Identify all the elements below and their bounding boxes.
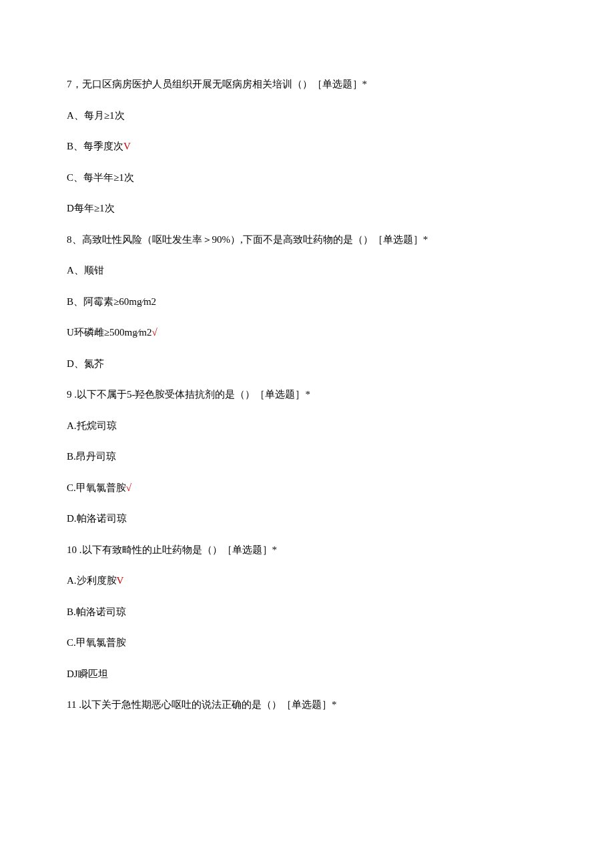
question-option: D.帕洛诺司琼 xyxy=(67,511,547,526)
correct-mark: √ xyxy=(126,482,131,493)
option-text: B、阿霉素≥60mg⁄m2 xyxy=(67,296,156,307)
correct-mark: V xyxy=(123,141,131,151)
question-stem: 10 .以下有致畸性的止吐药物是（）［单选题］* xyxy=(67,542,547,558)
question-stem: 9 .以下不属于5-羟色胺受体拮抗剂的是（）［单选题］* xyxy=(67,387,547,402)
question-option: C、每半年≥1次 xyxy=(67,170,547,185)
question-stem: 7，无口区病房医护人员组织开展无呕病房相关培训（）［单选题］* xyxy=(67,77,547,92)
option-text: B.帕洛诺司琼 xyxy=(67,606,126,617)
option-text: A.托烷司琼 xyxy=(67,420,117,431)
question-option: B.昂丹司琼 xyxy=(67,449,547,464)
question-option: U环磷雌≥500mg⁄m2√ xyxy=(67,325,547,340)
question-option: D、氮芥 xyxy=(67,356,547,372)
question-option: B、每季度次V xyxy=(67,139,547,154)
option-text: B.昂丹司琼 xyxy=(67,451,116,462)
option-text: D、氮芥 xyxy=(67,358,104,369)
question-option: D每年≥1次 xyxy=(67,201,547,216)
question-option: A、顺钳 xyxy=(67,263,547,278)
correct-mark: √ xyxy=(151,327,157,338)
option-text: A、每月≥1次 xyxy=(67,110,125,121)
option-text: C.甲氧氯普胺 xyxy=(67,637,126,648)
question-option: C.甲氧氯普胺 xyxy=(67,635,547,650)
question-option: A、每月≥1次 xyxy=(67,108,547,123)
option-text: C、每半年≥1次 xyxy=(67,172,134,183)
question-option: DJ瞬匹坦 xyxy=(67,667,547,682)
option-text: U环磷雌≥500mg⁄m2 xyxy=(67,327,151,338)
question-option: B.帕洛诺司琼 xyxy=(67,604,547,620)
option-text: C.甲氧氯普胺 xyxy=(67,482,126,493)
correct-mark: V xyxy=(117,575,124,586)
question-option: B、阿霉素≥60mg⁄m2 xyxy=(67,294,547,310)
option-text: DJ瞬匹坦 xyxy=(67,669,108,679)
question-option: A.沙利度胺V xyxy=(67,573,547,588)
option-text: D每年≥1次 xyxy=(67,203,115,213)
option-text: A.沙利度胺 xyxy=(67,575,117,586)
option-text: A、顺钳 xyxy=(67,265,104,276)
question-stem: 11 .以下关于急性期恶心呕吐的说法正确的是（）［单选题］* xyxy=(67,697,547,713)
option-text: D.帕洛诺司琼 xyxy=(67,513,127,524)
question-stem: 8、高致吐性风险（呕吐发生率＞90%）,下面不是高致吐药物的是（）［单选题］* xyxy=(67,232,547,248)
question-option: C.甲氧氯普胺√ xyxy=(67,480,547,496)
question-option: A.托烷司琼 xyxy=(67,418,547,434)
option-text: B、每季度次 xyxy=(67,141,123,151)
